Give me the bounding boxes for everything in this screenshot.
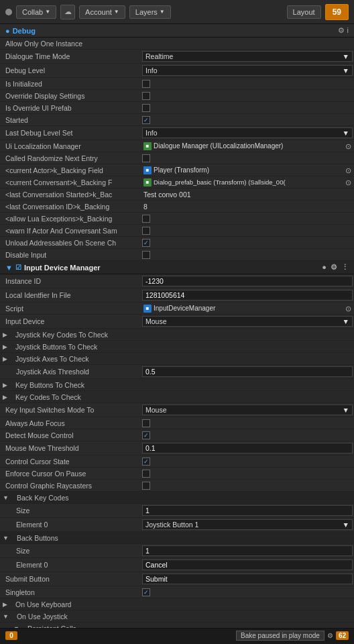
current-actor-row: <current Actor>k_Backing Field ■ Player … xyxy=(0,164,354,176)
always-auto-focus-checkbox[interactable] xyxy=(142,419,150,427)
input-device-manager-section[interactable]: ▼ ☑ Input Device Manager ● ⚙ ⋮ xyxy=(0,261,354,274)
idm-expand-icon: ▼ xyxy=(5,264,13,272)
unload-addressables-checkbox[interactable]: ✓ xyxy=(142,239,150,247)
key-codes-foldout[interactable]: ▶ Key Codes To Check xyxy=(0,391,354,403)
current-conversant-row: <current Conversant>k_Backing F ■ Dialog… xyxy=(0,176,354,189)
on-use-joystick-label: On Use Joystick xyxy=(11,612,68,621)
debug-level-label: Debug Level xyxy=(0,66,141,74)
layout-button[interactable]: Layout xyxy=(287,5,321,19)
on-use-joystick-foldout[interactable]: ▼ On Use Joystick xyxy=(0,610,354,623)
last-debug-level-dropdown[interactable]: Info▼ xyxy=(142,127,353,138)
instance-id-label: Instance ID xyxy=(0,277,141,285)
back-buttons-foldout[interactable]: ▼ Back Buttons xyxy=(0,532,354,544)
foldout-arrow-icon: ▼ xyxy=(3,494,9,501)
always-auto-focus-label: Always Auto Focus xyxy=(0,419,141,427)
detect-mouse-control-checkbox[interactable]: ✓ xyxy=(142,431,150,439)
script-select-icon[interactable]: ⊙ xyxy=(345,305,351,313)
collab-button[interactable]: Collab ▼ xyxy=(16,5,56,19)
local-identifier-row: Local Identfier In File 1281005614 xyxy=(0,288,354,303)
foldout-arrow-icon: ▶ xyxy=(3,331,7,338)
control-cursor-state-row: Control Cursor State ✓ xyxy=(0,455,354,468)
key-buttons-foldout[interactable]: ▶ Key Buttons To Check xyxy=(0,379,354,391)
back-buttons-element0-row: Element 0 Cancel xyxy=(0,558,354,572)
is-override-ui-checkbox[interactable] xyxy=(142,104,150,112)
joystick-buttons-label: Joystick Buttons To Check xyxy=(10,343,97,351)
joystick-axes-foldout[interactable]: ▶ Joystick Axes To Check xyxy=(0,353,354,365)
singleton-checkbox[interactable]: ✓ xyxy=(142,588,150,596)
back-key-codes-size-input[interactable]: 1 xyxy=(142,505,353,516)
ui-localization-row: Ui Localization Manager ■ Dialogue Manag… xyxy=(0,140,354,152)
bake-button[interactable]: Bake paused in play mode xyxy=(236,631,324,641)
obj-select-icon[interactable]: ⊙ xyxy=(345,142,351,150)
control-graphic-checkbox[interactable] xyxy=(142,482,150,490)
script-value[interactable]: ■ InputDeviceManager ⊙ xyxy=(141,305,354,313)
started-checkbox[interactable]: ✓ xyxy=(142,116,150,124)
input-device-dropdown[interactable]: Mouse▼ xyxy=(142,316,353,327)
layers-button[interactable]: Layers ▼ xyxy=(129,5,171,19)
dropdown-arrow-icon: ▼ xyxy=(343,66,349,74)
persistent-calls-foldout[interactable]: ▼ Persistent Calls xyxy=(0,623,354,628)
local-identifier-label: Local Identfier In File xyxy=(0,291,141,299)
dialogue-time-mode-label: Dialogue Time Mode xyxy=(0,52,141,60)
obj-icon: ■ xyxy=(143,142,152,150)
joystick-buttons-foldout[interactable]: ▶ Joystick Buttons To Check xyxy=(0,341,354,353)
control-cursor-state-checkbox[interactable]: ✓ xyxy=(142,458,150,466)
right-number-badge: 62 xyxy=(336,631,349,640)
joystick-axis-threshold-label: Joystick Axis Threshold xyxy=(0,368,141,376)
header-settings-icon[interactable]: ⚙ xyxy=(338,26,345,35)
dropdown-arrow-icon: ▼ xyxy=(343,406,349,414)
joystick-axis-threshold-input[interactable]: 0.5 xyxy=(142,366,353,377)
back-key-codes-element0-dropdown[interactable]: Joystick Button 1▼ xyxy=(142,519,353,530)
current-actor-value[interactable]: ■ Player (Transform) ⊙ xyxy=(141,166,354,174)
is-initialized-checkbox[interactable] xyxy=(142,80,150,88)
override-display-checkbox[interactable] xyxy=(142,92,150,100)
back-buttons-element0-label: Element 0 xyxy=(0,561,141,569)
unload-addressables-label: Unload Addressables On Scene Ch xyxy=(0,239,141,247)
called-randomize-checkbox[interactable] xyxy=(142,154,150,162)
cloud-icon[interactable]: ☁ xyxy=(60,5,75,19)
local-identifier-value[interactable]: 1281005614 xyxy=(142,290,353,301)
singleton-row: Singleton ✓ xyxy=(0,586,354,598)
dialogue-time-mode-row: Dialogue Time Mode Realtime▼ xyxy=(0,50,354,64)
layers-label: Layers xyxy=(135,8,158,16)
started-row: Started ✓ xyxy=(0,114,354,126)
current-conversant-label: <current Conversant>k_Backing F xyxy=(0,178,141,186)
mouse-move-threshold-input[interactable]: 0.1 xyxy=(142,443,353,453)
debug-level-dropdown[interactable]: Info▼ xyxy=(142,65,353,76)
ui-localization-value[interactable]: ■ Dialogue Manager (UILocalizationManage… xyxy=(141,142,354,150)
obj-select-icon[interactable]: ⊙ xyxy=(345,166,351,174)
back-buttons-element0-value[interactable]: Cancel xyxy=(142,559,353,570)
key-input-switches-dropdown[interactable]: Mouse▼ xyxy=(142,405,353,415)
joystick-key-codes-foldout[interactable]: ▶ Joystick Key Codes To Check xyxy=(0,329,354,341)
foldout-arrow-icon: ▼ xyxy=(13,625,19,629)
account-button[interactable]: Account ▼ xyxy=(79,5,125,19)
disable-input-checkbox[interactable] xyxy=(142,251,150,259)
current-conversant-value[interactable]: ■ Dialog_prefab_basic (Transform) (Salls… xyxy=(141,178,354,186)
enforce-cursor-label: Enforce Cursor On Pause xyxy=(0,470,141,478)
back-key-codes-element0-label: Element 0 xyxy=(0,521,141,529)
idm-dot-icon[interactable]: ● xyxy=(322,263,327,272)
back-key-codes-size-row: Size 1 xyxy=(0,504,354,518)
is-initialized-row: Is Initialized xyxy=(0,78,354,90)
enforce-cursor-checkbox[interactable] xyxy=(142,470,150,478)
on-use-keyboard-foldout[interactable]: ▶ On Use Keyboard xyxy=(0,598,354,610)
idm-menu-icon[interactable]: ⋮ xyxy=(341,263,349,272)
warn-if-actor-checkbox[interactable] xyxy=(142,227,150,235)
input-device-row: Input Device Mouse▼ xyxy=(0,315,354,329)
script-label: Script xyxy=(0,305,141,313)
control-graphic-row: Control Graphic Raycasters xyxy=(0,480,354,492)
settings-gear-icon[interactable]: ⚙ xyxy=(327,632,333,639)
script-obj-icon: ■ xyxy=(143,305,152,313)
input-device-label: Input Device xyxy=(0,317,141,325)
is-override-ui-label: Is Override UI Prefab xyxy=(0,104,141,112)
obj-select-icon[interactable]: ⊙ xyxy=(345,178,351,186)
back-key-codes-foldout[interactable]: ▼ Back Key Codes xyxy=(0,492,354,504)
key-buttons-label: Key Buttons To Check xyxy=(10,381,84,389)
idm-gear-icon[interactable]: ⚙ xyxy=(331,263,337,272)
back-buttons-size-input[interactable]: 1 xyxy=(142,545,353,556)
submit-button-value[interactable]: Submit xyxy=(142,574,353,584)
instance-id-value[interactable]: -1230 xyxy=(142,276,353,286)
allow-lua-checkbox[interactable] xyxy=(142,215,150,223)
dialogue-time-mode-dropdown[interactable]: Realtime▼ xyxy=(142,51,353,62)
dropdown-arrow-icon: ▼ xyxy=(343,129,349,137)
